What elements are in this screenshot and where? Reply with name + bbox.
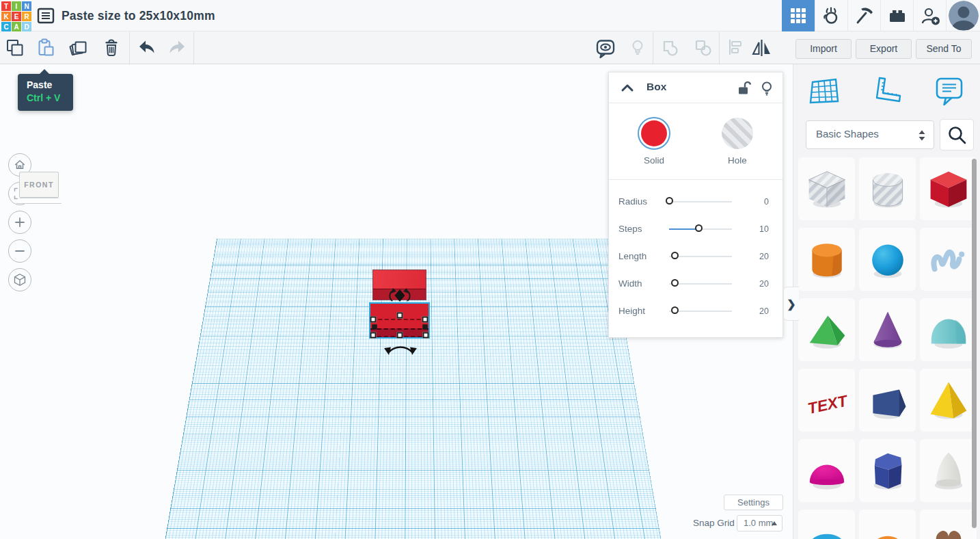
slider-height: Height 20 bbox=[609, 298, 782, 325]
shape-box-selected[interactable] bbox=[369, 302, 430, 339]
slider-track[interactable] bbox=[669, 228, 732, 230]
ruler-tool-icon[interactable] bbox=[869, 74, 906, 112]
view-cube-bottom-face[interactable] bbox=[16, 198, 62, 204]
invite-person-add-icon[interactable] bbox=[913, 0, 946, 31]
light-bulb-icon[interactable] bbox=[627, 38, 648, 58]
view-cube[interactable]: FRONT bbox=[19, 172, 60, 202]
snap-grid-label: Snap Grid bbox=[693, 518, 735, 528]
shape-category-dropdown[interactable]: Basic Shapes bbox=[806, 120, 934, 149]
duplicate-icon[interactable] bbox=[68, 38, 89, 58]
slider-label: Radius bbox=[618, 196, 647, 207]
notes-tool-icon[interactable] bbox=[931, 74, 967, 112]
send-to-button[interactable]: Send To bbox=[916, 39, 972, 59]
logo-tile: E bbox=[12, 12, 21, 21]
scale-handle[interactable] bbox=[397, 332, 403, 339]
export-button[interactable]: Export bbox=[856, 39, 912, 59]
align-icon[interactable] bbox=[726, 38, 746, 58]
hole-swatch[interactable] bbox=[721, 117, 754, 150]
sphere-icon bbox=[863, 235, 912, 284]
material-hole[interactable]: Hole bbox=[713, 117, 761, 166]
slider-track[interactable] bbox=[669, 311, 732, 312]
logo-tile: I bbox=[12, 1, 21, 11]
shape-card-cylinder-hole[interactable] bbox=[859, 157, 916, 220]
logo-tile: N bbox=[22, 1, 31, 11]
scale-handle[interactable] bbox=[422, 317, 428, 323]
group-icon[interactable] bbox=[660, 38, 681, 58]
slider-knob[interactable] bbox=[666, 197, 673, 205]
edit-toolbar: Import Export Send To bbox=[0, 31, 980, 64]
slider-track[interactable] bbox=[669, 256, 732, 257]
avatar-image[interactable] bbox=[949, 1, 979, 31]
zoom-in-button[interactable] bbox=[8, 211, 31, 234]
tinkercad-logo[interactable]: TINKERCAD bbox=[1, 1, 31, 31]
blocks-grid-icon[interactable] bbox=[782, 0, 815, 31]
orthographic-view-button[interactable] bbox=[8, 268, 31, 291]
redo-icon[interactable] bbox=[167, 38, 188, 58]
material-solid[interactable]: Solid bbox=[630, 117, 678, 166]
shape-card-half-sphere[interactable] bbox=[798, 439, 855, 502]
scale-handle[interactable] bbox=[370, 332, 377, 339]
account-avatar[interactable] bbox=[946, 0, 980, 31]
toolbar-separator bbox=[129, 32, 130, 64]
shape-card-tube[interactable] bbox=[859, 510, 916, 539]
shape-card-cylinder[interactable] bbox=[798, 228, 855, 291]
copy-icon[interactable] bbox=[5, 38, 25, 58]
workplane-tool-icon[interactable] bbox=[806, 74, 841, 112]
solid-swatch[interactable] bbox=[638, 117, 670, 150]
side-handle[interactable] bbox=[423, 325, 428, 330]
ungroup-icon[interactable] bbox=[693, 38, 713, 58]
slider-knob[interactable] bbox=[695, 224, 703, 232]
delete-trash-icon[interactable] bbox=[101, 38, 122, 58]
sidebar-collapse-tab[interactable]: ❯ bbox=[783, 287, 799, 321]
zoom-out-button[interactable] bbox=[8, 239, 31, 263]
shape-card-pyramid[interactable] bbox=[920, 369, 977, 432]
undo-icon[interactable] bbox=[136, 38, 156, 58]
visibility-bulb-icon[interactable] bbox=[759, 80, 774, 99]
side-handle[interactable] bbox=[372, 325, 377, 330]
mirror-icon[interactable] bbox=[750, 38, 771, 58]
annotation-visibility-icon[interactable] bbox=[595, 38, 615, 58]
view-cube-front-face[interactable]: FRONT bbox=[19, 172, 59, 198]
slider-value: 20 bbox=[748, 306, 769, 316]
shape-card-torus[interactable] bbox=[798, 510, 855, 539]
move-z-handle[interactable] bbox=[387, 287, 413, 304]
shape-card-roof[interactable] bbox=[798, 298, 855, 361]
shapes-sidebar: Basic Shapes TEXT bbox=[793, 64, 980, 539]
slider-knob[interactable] bbox=[671, 279, 679, 287]
unlock-icon[interactable] bbox=[736, 80, 752, 99]
shape-card-text[interactable]: TEXT bbox=[798, 369, 855, 432]
shape-card-round-roof[interactable] bbox=[920, 298, 977, 361]
paste-icon[interactable] bbox=[36, 38, 56, 58]
snap-grid-dropdown[interactable]: 1.0 mm bbox=[737, 515, 782, 531]
hole-label: Hole bbox=[713, 155, 761, 166]
scale-handle[interactable] bbox=[370, 317, 377, 323]
sidebar-scrollbar[interactable] bbox=[972, 159, 977, 528]
collapse-chevron-icon[interactable] bbox=[620, 82, 635, 96]
import-button[interactable]: Import bbox=[795, 39, 852, 59]
shape-card-scribble[interactable] bbox=[920, 228, 977, 291]
slider-knob[interactable] bbox=[671, 252, 679, 259]
slider-knob[interactable] bbox=[671, 306, 679, 314]
shape-card-cone[interactable] bbox=[859, 298, 916, 361]
shape-card-paraboloid[interactable] bbox=[920, 439, 977, 502]
scale-handle[interactable] bbox=[423, 332, 429, 339]
shapes-grid: TEXT bbox=[798, 157, 977, 539]
tinker-icon[interactable] bbox=[815, 0, 847, 31]
slider-track[interactable] bbox=[669, 201, 732, 202]
lego-brick-icon[interactable] bbox=[880, 0, 913, 31]
minecraft-pickaxe-icon[interactable] bbox=[847, 0, 880, 31]
slider-track[interactable] bbox=[669, 283, 732, 285]
scale-handle[interactable] bbox=[397, 313, 403, 319]
shape-card-sphere[interactable] bbox=[859, 228, 916, 291]
search-button[interactable] bbox=[940, 119, 974, 150]
design-list-icon[interactable] bbox=[36, 6, 55, 25]
shape-card-heart[interactable] bbox=[920, 510, 977, 539]
rotate-handle[interactable] bbox=[383, 341, 418, 357]
slider-width: Width 20 bbox=[609, 270, 782, 298]
shape-card-box[interactable] bbox=[920, 157, 977, 220]
shape-card-wedge[interactable] bbox=[859, 369, 916, 432]
shape-card-polygon[interactable] bbox=[859, 439, 916, 502]
shape-card-box-hole[interactable] bbox=[798, 157, 855, 220]
settings-button[interactable]: Settings bbox=[724, 495, 783, 510]
torus-icon bbox=[802, 516, 852, 539]
